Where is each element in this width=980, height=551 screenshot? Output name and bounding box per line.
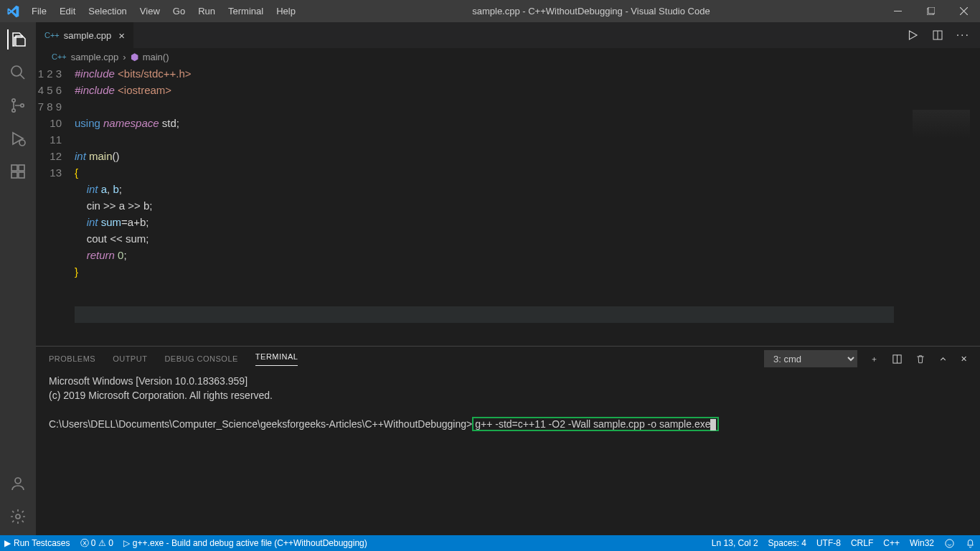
activity-bar xyxy=(0,22,36,535)
svg-point-5 xyxy=(12,109,15,112)
panel-tab-debug-console[interactable]: DEBUG CONSOLE xyxy=(164,354,237,363)
code-content[interactable]: #include <bits/stdc++.h> #include <iostr… xyxy=(75,65,980,346)
status-platform[interactable]: Win32 xyxy=(910,538,934,548)
svg-rect-2 xyxy=(928,7,935,14)
status-indent[interactable]: Spaces: 4 xyxy=(768,538,806,548)
menu-terminal[interactable]: Terminal xyxy=(222,3,269,19)
svg-point-7 xyxy=(19,140,25,146)
svg-rect-8 xyxy=(11,165,17,171)
panel: PROBLEMS OUTPUT DEBUG CONSOLE TERMINAL 3… xyxy=(36,346,980,535)
current-line-highlight xyxy=(75,306,894,323)
menu-view[interactable]: View xyxy=(134,3,166,19)
minimap[interactable] xyxy=(913,110,970,138)
line-numbers: 1 2 3 4 5 6 7 8 9 10 11 12 13 xyxy=(36,65,75,346)
status-encoding[interactable]: UTF-8 xyxy=(816,538,841,548)
svg-rect-10 xyxy=(19,172,24,178)
panel-tab-terminal[interactable]: TERMINAL xyxy=(255,352,298,366)
svg-point-13 xyxy=(16,514,20,519)
editor-tabs: C++ sample.cpp × ··· xyxy=(36,22,980,48)
panel-tabs: PROBLEMS OUTPUT DEBUG CONSOLE TERMINAL 3… xyxy=(36,347,980,371)
status-feedback-icon[interactable] xyxy=(944,538,955,549)
menu-help[interactable]: Help xyxy=(270,3,301,19)
close-panel-icon[interactable]: ✕ xyxy=(961,354,968,364)
minimize-button[interactable] xyxy=(881,0,914,22)
panel-tab-problems[interactable]: PROBLEMS xyxy=(49,354,95,363)
status-eol[interactable]: CRLF xyxy=(851,538,873,548)
svg-point-12 xyxy=(15,478,21,484)
more-actions-icon[interactable]: ··· xyxy=(956,29,970,42)
settings-gear-icon[interactable] xyxy=(8,507,28,527)
maximize-button[interactable] xyxy=(914,0,947,22)
status-cursor-position[interactable]: Ln 13, Col 2 xyxy=(712,538,758,548)
maximize-panel-icon[interactable] xyxy=(938,354,948,364)
status-run-testcases[interactable]: ▶ Run Testcases xyxy=(4,538,70,548)
breadcrumb-symbol[interactable]: main() xyxy=(143,52,169,62)
editor-area: C++ sample.cpp × ··· C++ sample.cpp › ⬢ … xyxy=(36,22,980,535)
new-terminal-icon[interactable]: ＋ xyxy=(870,354,879,364)
menu-selection[interactable]: Selection xyxy=(83,3,132,19)
menu-file[interactable]: File xyxy=(26,3,52,19)
account-icon[interactable] xyxy=(8,474,28,494)
tab-sample-cpp[interactable]: C++ sample.cpp × xyxy=(36,22,134,48)
extensions-icon[interactable] xyxy=(8,161,28,182)
kill-terminal-icon[interactable] xyxy=(915,354,925,364)
svg-rect-9 xyxy=(11,172,17,178)
terminal-cursor xyxy=(710,419,716,430)
cpp-icon: C++ xyxy=(52,52,67,61)
split-terminal-icon[interactable] xyxy=(892,354,903,364)
terminal-selector[interactable]: 3: cmd xyxy=(764,350,857,367)
terminal-command: g++ -std=c++11 -O2 -Wall sample.cpp -o s… xyxy=(475,418,710,430)
status-notifications-icon[interactable] xyxy=(965,538,976,549)
terminal-banner-1: Microsoft Windows [Version 10.0.18363.95… xyxy=(49,375,248,387)
menu-bar: File Edit Selection View Go Run Terminal… xyxy=(26,3,301,19)
svg-rect-0 xyxy=(894,11,902,11)
terminal-banner-2: (c) 2019 Microsoft Corporation. All righ… xyxy=(49,390,273,401)
window-title: sample.cpp - C++WithoutDebugging - Visua… xyxy=(301,6,881,17)
symbol-icon: ⬢ xyxy=(131,52,138,62)
panel-tab-output[interactable]: OUTPUT xyxy=(113,354,147,363)
title-bar: File Edit Selection View Go Run Terminal… xyxy=(0,0,980,22)
source-control-icon[interactable] xyxy=(8,95,28,116)
terminal-prompt: C:\Users\DELL\Documents\Computer_Science… xyxy=(49,418,472,430)
svg-rect-11 xyxy=(19,165,24,171)
menu-go[interactable]: Go xyxy=(167,3,191,19)
status-language[interactable]: C++ xyxy=(883,538,900,548)
menu-edit[interactable]: Edit xyxy=(54,3,81,19)
explorer-icon[interactable] xyxy=(7,29,27,50)
breadcrumb[interactable]: C++ sample.cpp › ⬢ main() xyxy=(36,48,980,65)
code-editor[interactable]: 1 2 3 4 5 6 7 8 9 10 11 12 13 #include <… xyxy=(36,65,980,346)
status-bar: ▶ Run Testcases ⓧ 0 ⚠ 0 ▷ g++.exe - Buil… xyxy=(0,535,980,551)
run-debug-icon[interactable] xyxy=(8,128,28,149)
tab-close-icon[interactable]: × xyxy=(118,29,125,42)
search-icon[interactable] xyxy=(8,62,28,83)
status-problems[interactable]: ⓧ 0 ⚠ 0 xyxy=(80,537,113,550)
run-code-icon[interactable] xyxy=(906,29,919,42)
menu-run[interactable]: Run xyxy=(192,3,221,19)
cpp-icon: C++ xyxy=(44,31,60,39)
breadcrumb-file[interactable]: sample.cpp xyxy=(71,52,118,62)
split-editor-icon[interactable] xyxy=(932,29,943,41)
close-button[interactable] xyxy=(947,0,980,22)
status-build-task[interactable]: ▷ g++.exe - Build and debug active file … xyxy=(123,538,367,548)
tab-filename: sample.cpp xyxy=(64,30,111,41)
svg-point-4 xyxy=(12,99,15,102)
svg-point-3 xyxy=(11,66,22,76)
svg-point-16 xyxy=(946,539,953,547)
terminal-body[interactable]: Microsoft Windows [Version 10.0.18363.95… xyxy=(36,371,980,535)
vscode-logo-icon xyxy=(0,5,26,18)
svg-point-6 xyxy=(21,104,24,107)
